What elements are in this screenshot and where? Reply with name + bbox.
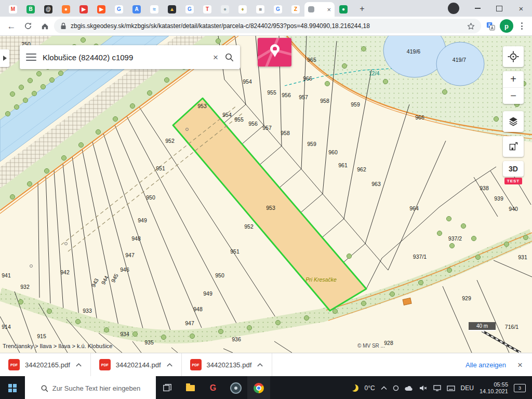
- tab-video-orange[interactable]: ▶: [92, 2, 110, 17]
- display-button[interactable]: [433, 385, 441, 391]
- maximize-icon: [496, 6, 502, 11]
- indoor-map-button[interactable]: [503, 136, 524, 157]
- window-close-button[interactable]: ×: [510, 0, 532, 17]
- active-tab[interactable]: ×: [304, 2, 335, 17]
- cadastral-map[interactable]: 250796596612/4419/6419/79669549559569579…: [0, 36, 532, 353]
- new-tab-button[interactable]: +: [355, 2, 369, 16]
- start-button[interactable]: [0, 376, 25, 399]
- parcel-label: 419/7: [453, 57, 466, 63]
- parcel-label: 947: [125, 252, 135, 258]
- tab-orange[interactable]: ●: [57, 2, 75, 17]
- chevron-up-icon: [381, 386, 387, 390]
- tab-dark-gold[interactable]: ▲: [163, 2, 181, 17]
- parcel-label: 959: [351, 101, 360, 108]
- temperature-text[interactable]: 0°C: [364, 384, 375, 392]
- parcel-label: 937/1: [413, 254, 427, 260]
- layers-button[interactable]: [503, 111, 524, 132]
- back-button[interactable]: ←: [4, 19, 19, 33]
- tab-gmail[interactable]: M: [4, 2, 22, 17]
- volume-button[interactable]: [419, 385, 428, 391]
- close-downloads-bar-button[interactable]: ×: [517, 361, 523, 369]
- clock[interactable]: 05:55 14.10.2021: [480, 381, 508, 395]
- chevron-up-icon[interactable]: [257, 362, 263, 368]
- tab-favicon: ■: [256, 5, 264, 14]
- window-maximize-button[interactable]: [488, 0, 510, 17]
- parcel-label: 950: [146, 194, 155, 201]
- building-icon: [508, 141, 519, 152]
- tab-close-icon[interactable]: ×: [327, 6, 331, 13]
- crosshair-icon: [508, 51, 519, 62]
- cloud-status-button[interactable]: [405, 385, 414, 391]
- view-3d-button[interactable]: 3D: [503, 161, 524, 177]
- browser-profile-avatar[interactable]: [448, 3, 459, 14]
- tab-zbgis-pin[interactable]: ●: [335, 2, 352, 17]
- parcel-label: 953: [266, 205, 275, 211]
- tray-app-button[interactable]: [393, 385, 399, 391]
- parcel-label: 934: [120, 331, 129, 337]
- tab-profile[interactable]: ●: [216, 2, 234, 17]
- camera-app-button[interactable]: [224, 376, 247, 399]
- translate-button[interactable]: [483, 19, 498, 33]
- keyboard-icon: [447, 385, 455, 391]
- tab-at[interactable]: @: [39, 2, 57, 17]
- map-area: 250796596612/4419/6419/79669549559569579…: [0, 36, 532, 353]
- breadcrumb[interactable]: Trenčiansky > Ilava > Ilava > k.ú. Klobu…: [3, 343, 112, 349]
- file-explorer-button[interactable]: [179, 376, 202, 399]
- tab-google-2[interactable]: G: [181, 2, 198, 17]
- chevron-up-icon[interactable]: [166, 362, 173, 368]
- weather-moon-icon[interactable]: [351, 384, 358, 392]
- tab-gold[interactable]: ♦: [234, 2, 251, 17]
- address-bar[interactable]: zbgis.skgeodesy.sk/mkzbgis/sk/kataster/d…: [54, 19, 481, 33]
- clear-search-icon[interactable]: ×: [213, 53, 218, 62]
- refresh-button[interactable]: [21, 19, 35, 33]
- tab-favicon: G: [185, 5, 194, 14]
- task-view-button[interactable]: [156, 376, 179, 399]
- zoom-out-button[interactable]: −: [503, 88, 524, 104]
- notification-center-button[interactable]: 3: [514, 384, 526, 392]
- app-g-button[interactable]: G: [202, 376, 224, 399]
- tab-translate[interactable]: A: [128, 2, 145, 17]
- search-input[interactable]: Klobušice (824402) c1099: [43, 53, 207, 62]
- bookmark-star-icon[interactable]: [467, 22, 475, 30]
- tab-google-3[interactable]: G: [269, 2, 287, 17]
- home-button[interactable]: [37, 19, 52, 33]
- parcel-label: 954: [222, 112, 232, 118]
- search-icon[interactable]: [224, 52, 234, 62]
- tab-cart[interactable]: ■: [251, 2, 269, 17]
- menu-icon[interactable]: [26, 54, 36, 61]
- language-indicator[interactable]: DEU: [461, 384, 474, 392]
- parcel-label: 958: [281, 130, 290, 136]
- map-preview-thumbnail[interactable]: [258, 38, 291, 66]
- profile-avatar[interactable]: p: [500, 19, 513, 33]
- tab-waves[interactable]: ≈: [145, 2, 163, 17]
- locate-button[interactable]: [503, 46, 524, 67]
- map-search-bar[interactable]: Klobušice (824402) c1099 ×: [20, 45, 240, 69]
- keyboard-button[interactable]: [447, 385, 455, 391]
- parcel-label: 716/1: [505, 324, 518, 330]
- download-filename: 344202144.pdf: [116, 361, 161, 369]
- download-item[interactable]: PDF344202144.pdf: [91, 353, 182, 376]
- tab-favicon: G: [274, 5, 282, 14]
- parcel-label: 957: [299, 94, 308, 100]
- lock-icon: [60, 22, 66, 30]
- tab-green-b[interactable]: B: [22, 2, 39, 17]
- tab-video-red[interactable]: ▶: [75, 2, 92, 17]
- taskbar-search-box[interactable]: Zur Suche Text hier eingeben: [25, 376, 156, 399]
- window-minimize-button[interactable]: [467, 0, 488, 17]
- window-controls: ×: [448, 0, 532, 17]
- show-all-downloads-button[interactable]: Alle anzeigen: [466, 361, 506, 369]
- test-badge: TEST: [504, 178, 522, 184]
- panel-expander-button[interactable]: [0, 49, 9, 67]
- tab-favicon: B: [26, 5, 35, 14]
- chrome-taskbar-button[interactable]: [247, 376, 270, 399]
- tab-google[interactable]: G: [110, 2, 128, 17]
- download-item[interactable]: PDF344202135.pdf: [182, 353, 273, 376]
- zoom-in-button[interactable]: +: [503, 71, 524, 88]
- browser-menu-button[interactable]: [515, 19, 528, 33]
- chevron-up-icon[interactable]: [75, 362, 82, 368]
- tab-z[interactable]: Z: [287, 2, 304, 17]
- taskbar-search-placeholder: Zur Suche Text hier eingeben: [52, 384, 141, 392]
- tab-tcl[interactable]: T: [198, 2, 216, 17]
- download-item[interactable]: PDF344202165.pdf: [0, 353, 91, 376]
- tray-expand-button[interactable]: [381, 386, 387, 390]
